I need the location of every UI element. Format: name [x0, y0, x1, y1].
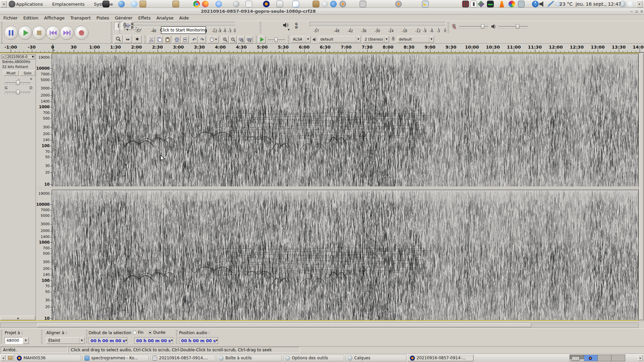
panel-hide-arrow-button[interactable]: ◂	[1, 1, 7, 7]
paste-button[interactable]	[164, 36, 171, 43]
track-control-panel[interactable]: × 20210916-0▼ Stéréo,48000Hz 32 bits flo…	[0, 53, 36, 320]
show-desktop-button[interactable]	[6, 355, 14, 361]
menu-affichage[interactable]: Affichage	[44, 15, 64, 20]
forward-button[interactable]	[60, 26, 74, 40]
pan-slider[interactable]	[5, 90, 31, 95]
media-player-icon[interactable]	[330, 1, 337, 7]
taskbar-item[interactable]: MAH00536	[15, 355, 81, 361]
workspace-3[interactable]	[598, 355, 611, 361]
frequency-ruler-right[interactable]: 1900010000700050003000200014001000700500…	[36, 190, 52, 320]
spreadsheet-icon[interactable]	[246, 1, 252, 7]
undo-button[interactable]: ↶	[191, 36, 198, 43]
redo-button[interactable]: ↷	[199, 36, 206, 43]
play-button[interactable]	[18, 26, 32, 40]
selection-duration-field[interactable]: 00 h 00 m 00 s▼	[134, 337, 173, 344]
panel-menu-applications[interactable]: Applications	[16, 2, 43, 7]
menu-analyse[interactable]: Analyse	[156, 15, 173, 20]
system-monitor-icon[interactable]	[487, 1, 494, 7]
zoom-in-button[interactable]	[221, 36, 229, 43]
text-editor-icon[interactable]	[276, 1, 283, 7]
horizontal-scrollbar-thumb[interactable]	[37, 323, 531, 327]
menu-transport[interactable]: Transport	[70, 15, 91, 20]
gain-slider[interactable]	[5, 80, 31, 85]
record-meter-grip[interactable]	[119, 22, 120, 34]
vertical-scrollbar-thumb[interactable]	[639, 54, 643, 320]
spectrogram-canvas-right[interactable]	[52, 190, 638, 320]
globe-icon[interactable]	[321, 1, 328, 7]
selection-start-field[interactable]: 00 h 00 m 00 s▼	[89, 337, 127, 344]
multi-tool-button[interactable]: ✱	[133, 35, 142, 43]
taskbar-item[interactable]: Options des outils	[283, 355, 344, 361]
transcription-toolbar-grip[interactable]	[256, 36, 257, 43]
horizontal-scrollbar[interactable]	[0, 322, 639, 328]
trim-audio-button[interactable]	[173, 36, 180, 43]
thunderbird-icon[interactable]	[118, 1, 125, 7]
tools-toolbar-grip[interactable]	[111, 22, 112, 43]
menu-effets[interactable]: Effets	[138, 15, 151, 20]
playback-device-dropdown[interactable]: default▼	[319, 36, 361, 43]
folder-1-icon[interactable]	[140, 1, 146, 7]
photo-app-icon[interactable]	[478, 1, 484, 7]
input-volume-slider[interactable]	[459, 24, 488, 28]
taskbar-item[interactable]: Boîte à outils	[217, 355, 282, 361]
color-wheel-icon[interactable]	[508, 1, 515, 7]
menu-fichier[interactable]: Fichier	[3, 15, 18, 20]
playback-meter-bar-left[interactable]	[310, 22, 446, 24]
monitoring-tooltip[interactable]: Click to Start Monitoring	[161, 26, 206, 34]
copy-button[interactable]	[156, 36, 163, 43]
playback-meter-dropdown-arrow[interactable]: ▼	[288, 28, 289, 31]
taskbar-item[interactable]: 20210916-0857-0914....	[150, 355, 215, 361]
audio-position-field[interactable]: 00 h 00 m 00 s▼	[179, 337, 218, 344]
video-editor-icon[interactable]	[462, 1, 469, 7]
fit-project-button[interactable]	[246, 36, 253, 43]
minimize-button[interactable]: ‒	[629, 9, 634, 14]
workspace-switcher[interactable]	[570, 355, 625, 361]
track-name-dropdown[interactable]: 20210916-0▼	[6, 54, 35, 59]
record-meter-dropdown-arrow[interactable]: ▼	[126, 28, 128, 31]
vertical-scrollbar[interactable]	[639, 53, 644, 321]
close-button[interactable]: ×	[639, 9, 644, 14]
spectrogram-channel-right[interactable]	[52, 190, 639, 321]
window-titlebar[interactable]: 20210916-0857-0914-gopro-seule-1080p-crf…	[0, 8, 644, 15]
calculator-icon[interactable]	[360, 1, 366, 7]
playback-meter-bar-right[interactable]	[310, 25, 446, 27]
google-earth-icon[interactable]	[233, 1, 239, 7]
mixer-toolbar-grip[interactable]	[447, 22, 449, 34]
web-app-icon[interactable]	[131, 1, 138, 7]
workspace-2[interactable]	[584, 355, 598, 361]
radio-durée[interactable]: Durée	[148, 330, 165, 335]
volume-icon[interactable]	[539, 1, 546, 7]
terminal-icon[interactable]	[103, 1, 109, 7]
workspace-1[interactable]	[570, 355, 584, 359]
frequency-ruler-left[interactable]: 1900010000700050003000200014001000700500…	[36, 54, 52, 186]
tools-icon[interactable]	[518, 1, 525, 7]
timeshift-tool-button[interactable]: ↔	[123, 35, 132, 43]
panel-clock[interactable]: jeu. 16 sept., 12:47	[576, 0, 622, 8]
timeline-ruler[interactable]: -1:00-300301:001:302:002:303:003:304:004…	[0, 44, 644, 53]
zoom-out-button[interactable]	[229, 36, 237, 43]
selection-tool-button[interactable]: I	[114, 22, 123, 30]
menu-edition[interactable]: Edition	[23, 15, 39, 20]
project-rate-combo[interactable]: 48000	[5, 337, 23, 344]
chromium-icon[interactable]	[215, 1, 222, 7]
record-meter-bar-left[interactable]	[133, 22, 235, 24]
maximize-button[interactable]: ▫	[634, 9, 639, 14]
output-volume-slider[interactable]	[498, 24, 528, 28]
radio-fin[interactable]: Fin	[133, 330, 144, 335]
playback-meter-grip[interactable]	[260, 22, 261, 34]
spectrogram-canvas-left[interactable]	[52, 54, 638, 186]
spectrogram-channel-left[interactable]	[52, 54, 639, 187]
toggle-switch-icon[interactable]	[470, 1, 477, 7]
stop-button[interactable]	[32, 26, 46, 40]
taskbar-item[interactable]: spectrogrammes - Ko...	[83, 355, 149, 361]
zoom-tool-button[interactable]	[114, 35, 123, 43]
recording-device-dropdown[interactable]: default▼	[397, 36, 434, 43]
taskbar-prev-arrow[interactable]: ◂	[1, 355, 6, 361]
cut-button[interactable]	[148, 36, 155, 43]
panel-show-arrow-button[interactable]: ▸	[637, 1, 643, 7]
audio-host-dropdown[interactable]: ALSA▼	[291, 36, 311, 43]
record-button[interactable]	[74, 26, 89, 40]
audacity-icon[interactable]	[263, 1, 270, 7]
track-close-button[interactable]: ×	[1, 55, 5, 59]
pause-button[interactable]	[4, 26, 18, 40]
